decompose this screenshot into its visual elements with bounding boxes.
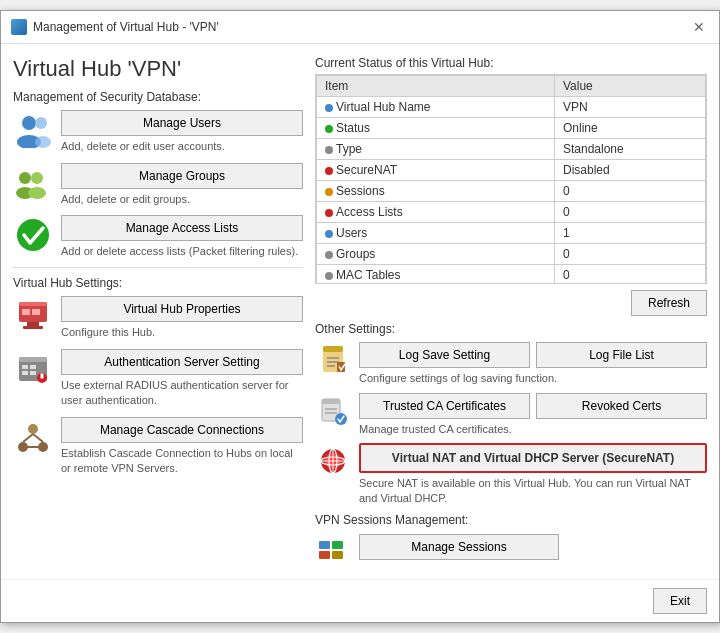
table-row: MAC Tables0: [317, 265, 706, 285]
svg-rect-12: [32, 309, 40, 315]
svg-rect-18: [22, 371, 28, 375]
manage-sessions-button[interactable]: Manage Sessions: [359, 534, 559, 560]
virtual-hub-properties-icon: [13, 296, 53, 336]
svg-line-27: [33, 434, 43, 442]
virtual-hub-properties-button[interactable]: Virtual Hub Properties: [61, 296, 303, 322]
status-dot: [325, 209, 333, 217]
exit-button[interactable]: Exit: [653, 588, 707, 614]
status-table: Item Value Virtual Hub NameVPNStatusOnli…: [316, 75, 706, 284]
securenat-row: Virtual NAT and Virtual DHCP Server (Sec…: [315, 443, 707, 507]
trusted-ca-icon: [315, 393, 351, 429]
manage-users-button[interactable]: Manage Users: [61, 110, 303, 136]
svg-line-26: [23, 434, 33, 442]
svg-rect-30: [323, 346, 343, 352]
securenat-desc: Secure NAT is available on this Virtual …: [359, 476, 707, 507]
other-settings-title: Other Settings:: [315, 322, 707, 336]
svg-rect-36: [322, 399, 340, 404]
svg-point-4: [19, 172, 31, 184]
revoked-certs-button[interactable]: Revoked Certs: [536, 393, 707, 419]
svg-point-2: [35, 117, 47, 129]
auth-server-button[interactable]: Authentication Server Setting: [61, 349, 303, 375]
svg-rect-14: [23, 326, 43, 329]
log-file-button[interactable]: Log File List: [536, 342, 707, 368]
app-icon: [11, 19, 27, 35]
status-section-title: Current Status of this Virtual Hub:: [315, 56, 707, 70]
status-dot: [325, 125, 333, 133]
manage-access-lists-button[interactable]: Manage Access Lists: [61, 215, 303, 241]
manage-access-lists-content: Manage Access Lists Add or delete access…: [61, 215, 303, 259]
sessions-row: Manage Sessions: [315, 531, 707, 567]
log-save-content: Log Save Setting Log File List Configure…: [359, 342, 707, 386]
table-row: Users1: [317, 223, 706, 244]
manage-cascade-icon: [13, 417, 53, 457]
manage-access-lists-desc: Add or delete access lists (Packet filte…: [61, 244, 303, 259]
manage-users-content: Manage Users Add, delete or edit user ac…: [61, 110, 303, 154]
trusted-ca-row: Trusted CA Certificates Revoked Certs Ma…: [315, 393, 707, 437]
manage-cascade-row: Manage Cascade Connections Establish Cas…: [13, 417, 303, 477]
securenat-content: Virtual NAT and Virtual DHCP Server (Sec…: [359, 443, 707, 507]
main-content: Virtual Hub 'VPN' Management of Security…: [1, 44, 719, 579]
status-dot: [325, 104, 333, 112]
svg-rect-17: [22, 365, 28, 369]
table-row: StatusOnline: [317, 118, 706, 139]
table-row: Groups0: [317, 244, 706, 265]
trusted-ca-button[interactable]: Trusted CA Certificates: [359, 393, 530, 419]
svg-point-39: [335, 413, 347, 425]
manage-cascade-button[interactable]: Manage Cascade Connections: [61, 417, 303, 443]
col-item: Item: [317, 76, 555, 97]
status-dot: [325, 167, 333, 175]
log-save-icon: [315, 342, 351, 378]
divider-1: [13, 267, 303, 268]
auth-server-icon: [13, 349, 53, 389]
auth-server-content: Authentication Server Setting Use extern…: [61, 349, 303, 409]
refresh-button[interactable]: Refresh: [631, 290, 707, 316]
table-row: SecureNATDisabled: [317, 160, 706, 181]
ca-desc: Manage trusted CA certificates.: [359, 422, 707, 437]
table-row: Virtual Hub NameVPN: [317, 97, 706, 118]
svg-rect-11: [22, 309, 30, 315]
manage-groups-button[interactable]: Manage Groups: [61, 163, 303, 189]
svg-rect-48: [332, 541, 343, 549]
manage-users-icon: [13, 110, 53, 150]
svg-rect-16: [19, 357, 47, 362]
status-dot: [325, 146, 333, 154]
table-row: Access Lists0: [317, 202, 706, 223]
page-title: Virtual Hub 'VPN': [13, 56, 303, 82]
svg-rect-46: [319, 541, 330, 549]
virtual-hub-properties-desc: Configure this Hub.: [61, 325, 303, 340]
window-title: Management of Virtual Hub - 'VPN': [33, 20, 219, 34]
log-save-row: Log Save Setting Log File List Configure…: [315, 342, 707, 386]
manage-access-lists-row: Manage Access Lists Add or delete access…: [13, 215, 303, 259]
svg-rect-10: [19, 302, 47, 306]
table-row: Sessions0: [317, 181, 706, 202]
security-db-title: Management of Security Database:: [13, 90, 303, 104]
left-panel: Virtual Hub 'VPN' Management of Security…: [13, 56, 303, 567]
svg-rect-49: [332, 551, 343, 559]
svg-point-8: [17, 219, 49, 251]
manage-cascade-desc: Establish Cascade Connection to Hubs on …: [61, 446, 303, 477]
svg-point-6: [31, 172, 43, 184]
manage-groups-icon: [13, 163, 53, 203]
title-bar-left: Management of Virtual Hub - 'VPN': [11, 19, 219, 35]
manage-groups-desc: Add, delete or edit groups.: [61, 192, 303, 207]
ca-btn-pair: Trusted CA Certificates Revoked Certs: [359, 393, 707, 419]
securenat-button[interactable]: Virtual NAT and Virtual DHCP Server (Sec…: [359, 443, 707, 473]
svg-point-0: [22, 116, 36, 130]
svg-rect-20: [30, 371, 36, 375]
hub-settings-title: Virtual Hub Settings:: [13, 276, 303, 290]
status-dot: [325, 272, 333, 280]
close-button[interactable]: ✕: [689, 17, 709, 37]
status-table-wrapper[interactable]: Item Value Virtual Hub NameVPNStatusOnli…: [315, 74, 707, 284]
svg-point-7: [28, 187, 46, 199]
securenat-icon: [315, 443, 351, 479]
svg-point-25: [28, 424, 38, 434]
log-save-button[interactable]: Log Save Setting: [359, 342, 530, 368]
status-dot: [325, 251, 333, 259]
manage-groups-content: Manage Groups Add, delete or edit groups…: [61, 163, 303, 207]
table-row: TypeStandalone: [317, 139, 706, 160]
svg-rect-19: [30, 365, 36, 369]
col-value: Value: [554, 76, 705, 97]
refresh-row: Refresh: [315, 290, 707, 316]
main-window: Management of Virtual Hub - 'VPN' ✕ Virt…: [0, 10, 720, 623]
log-btn-pair: Log Save Setting Log File List: [359, 342, 707, 368]
